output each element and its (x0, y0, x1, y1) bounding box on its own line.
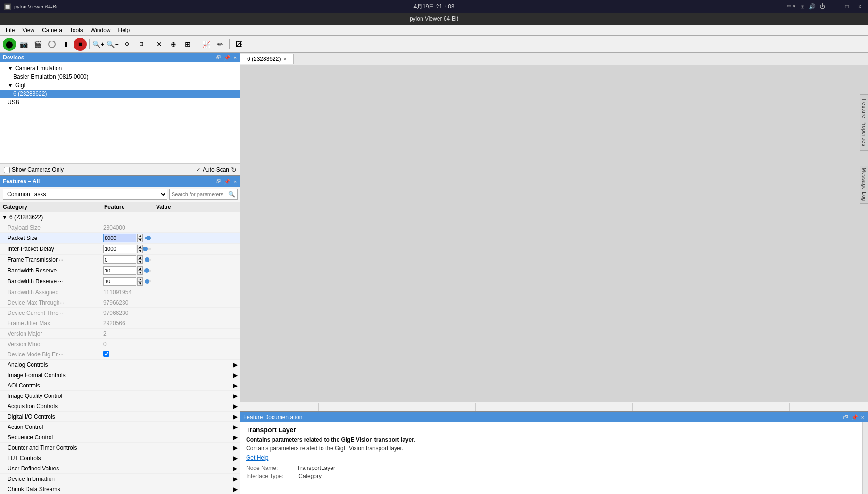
spin-up-btn[interactable]: ▲ (137, 234, 143, 238)
spin-down-btn[interactable]: ▼ (137, 281, 143, 286)
menu-view[interactable]: View (18, 26, 38, 34)
search-icon[interactable]: 🔍 (226, 191, 237, 198)
cat-user-defined[interactable]: User Defined Values ▶ (0, 463, 240, 474)
menu-window[interactable]: Window (87, 26, 115, 34)
doc-scrollbar[interactable] (862, 422, 868, 494)
feature-properties-tab[interactable]: Feature Properties (860, 94, 868, 151)
packet-size-slider[interactable] (145, 237, 151, 239)
crosshair-btn[interactable]: ✕ (153, 38, 166, 51)
cat-image-quality[interactable]: Image Quality Control ▶ (0, 391, 240, 401)
cat-aoi[interactable]: AOI Controls ▶ (0, 380, 240, 391)
tree-item-gige-device[interactable]: 6 (23283622) (0, 90, 240, 98)
feature-value: 111091954 (103, 289, 132, 296)
capture-btn[interactable]: ⬤ (3, 38, 16, 51)
feature-value: 2 (103, 330, 107, 337)
doc-pin-btn[interactable]: 📌 (851, 414, 859, 420)
bw-reserve2-input[interactable] (103, 277, 136, 286)
chart-btn[interactable]: 📈 (199, 38, 213, 51)
image-tab-device[interactable]: 6 (23283622) × (240, 54, 294, 64)
cat-name: Action Control (8, 424, 233, 430)
spin-up-btn[interactable]: ▲ (137, 266, 143, 271)
cat-sequence-control[interactable]: Sequence Control ▶ (0, 432, 240, 443)
show-cameras-only-checkbox[interactable] (4, 167, 10, 173)
menu-help[interactable]: Help (115, 26, 134, 34)
image-btn[interactable]: 🖼 (232, 38, 245, 51)
spin-up-btn[interactable]: ▲ (137, 245, 143, 249)
bw-reserve-slider[interactable] (145, 270, 151, 272)
get-help-link[interactable]: Get Help (246, 454, 268, 461)
packet-size-input[interactable] (103, 234, 136, 242)
feature-value-cell: ▲ ▼ (101, 277, 153, 286)
tree-item-gige[interactable]: ▼ GigE (0, 81, 240, 90)
devices-float-btn[interactable]: 🗗 (215, 55, 222, 61)
device-mode-checkbox[interactable] (103, 351, 109, 357)
pause-btn[interactable]: ⏸ (59, 38, 73, 51)
doc-close-btn[interactable]: × (860, 414, 865, 420)
tree-item-basler-emulation[interactable]: Basler Emulation (0815-0000) (0, 73, 240, 81)
minimize-btn[interactable]: ─ (829, 3, 839, 10)
zoom-fit-btn[interactable]: ⊞ (134, 38, 148, 51)
feature-name: Bandwidth Assigned (8, 289, 58, 296)
menu-tools[interactable]: Tools (66, 26, 87, 34)
spin-down-btn[interactable]: ▼ (137, 260, 143, 264)
cat-arrow: ▶ (233, 434, 238, 441)
draw-btn[interactable]: ✏ (214, 38, 227, 51)
cat-acquisition[interactable]: Acquisition Controls ▶ (0, 401, 240, 412)
grid-btn[interactable]: ⊞ (181, 38, 194, 51)
cat-arrow: ▶ (233, 445, 238, 451)
cat-digital-io[interactable]: Digital I/O Controls ▶ (0, 412, 240, 422)
zoom-reset-btn[interactable]: ⊕ (120, 38, 133, 51)
refresh-devices-btn[interactable]: ↻ (231, 166, 237, 173)
record-btn[interactable] (45, 38, 58, 51)
menu-file[interactable]: File (2, 26, 18, 34)
toolbar-sep2 (150, 39, 150, 49)
features-close-btn[interactable]: × (233, 179, 238, 185)
frame-trans-slider[interactable] (145, 259, 151, 261)
cat-counter-timer[interactable]: Counter and Timer Controls ▶ (0, 443, 240, 453)
cat-analog-controls[interactable]: Analog Controls ▶ (0, 360, 240, 370)
features-float-btn[interactable]: 🗗 (215, 179, 222, 185)
bw-reserve2-slider[interactable] (145, 280, 151, 282)
zoom-in-btn[interactable]: 🔍+ (92, 38, 105, 51)
devices-pin-btn[interactable]: 📌 (223, 55, 231, 61)
title-bar-left: 🔲 pylon Viewer 64-Bit (4, 3, 59, 10)
feature-value-cell: 0 (101, 341, 153, 347)
frame-trans-input[interactable] (103, 255, 136, 264)
spin-up-btn[interactable]: ▲ (137, 255, 143, 260)
center-btn[interactable]: ⊕ (167, 38, 180, 51)
maximize-btn[interactable]: □ (843, 3, 851, 10)
tree-item-usb[interactable]: USB (0, 98, 240, 107)
cat-image-format[interactable]: Image Format Controls ▶ (0, 370, 240, 380)
image-tab-close-btn[interactable]: × (283, 56, 286, 62)
cat-lut[interactable]: LUT Controls ▶ (0, 453, 240, 463)
root-node-row[interactable]: ▼ 6 (23283622) (0, 212, 240, 222)
tree-item-camera-emulation[interactable]: ▼ Camera Emulation (0, 64, 240, 73)
cat-name: LUT Controls (8, 455, 233, 461)
close-btn[interactable]: × (855, 3, 864, 10)
search-input[interactable] (170, 191, 226, 197)
inter-packet-input[interactable] (103, 245, 136, 253)
show-cameras-only-label[interactable]: Show Cameras Only (4, 166, 64, 173)
message-log-tab[interactable]: Message Log (860, 166, 868, 204)
feature-category-select[interactable]: Common Tasks (3, 189, 167, 200)
right-area: 6 (23283622) × Feature Documentation 🗗 📌 (240, 53, 868, 494)
spin-down-btn[interactable]: ▼ (137, 238, 143, 242)
cat-action-control[interactable]: Action Control ▶ (0, 422, 240, 432)
spin-down-btn[interactable]: ▼ (137, 271, 143, 275)
cat-device-info[interactable]: Device Information ▶ (0, 474, 240, 484)
inter-packet-slider[interactable] (145, 248, 151, 250)
cat-name: Sequence Control (8, 434, 233, 441)
devices-close-btn[interactable]: × (233, 55, 238, 61)
stop-btn[interactable]: ⏹ (74, 38, 87, 51)
features-pin-btn[interactable]: 📌 (223, 179, 231, 185)
doc-float-btn[interactable]: 🗗 (842, 414, 849, 420)
zoom-out-btn[interactable]: 🔍− (106, 38, 119, 51)
bw-reserve-input[interactable] (103, 266, 136, 275)
cat-chunk-data[interactable]: Chunk Data Streams ▶ (0, 484, 240, 494)
menu-camera[interactable]: Camera (38, 26, 66, 34)
spin-up-btn[interactable]: ▲ (137, 277, 143, 281)
camera-btn[interactable]: 📷 (17, 38, 30, 51)
spin-down-btn[interactable]: ▼ (137, 249, 143, 253)
video-btn[interactable]: 🎬 (31, 38, 44, 51)
feature-row-packet-size[interactable]: Packet Size ▲ ▼ (0, 233, 240, 244)
